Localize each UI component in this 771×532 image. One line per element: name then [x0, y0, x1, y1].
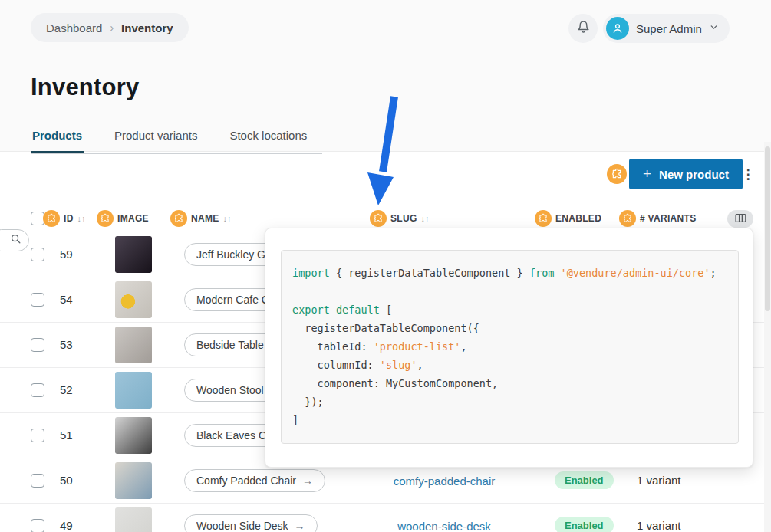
- column-header-image: IMAGE: [97, 210, 149, 227]
- arrow-right-icon: →: [302, 475, 313, 487]
- row-checkbox[interactable]: [31, 519, 44, 532]
- columns-icon: [735, 212, 746, 226]
- row-checkbox[interactable]: [31, 248, 44, 261]
- product-image: [115, 417, 152, 454]
- product-image: [115, 462, 152, 499]
- product-name-link[interactable]: Comfy Padded Chair→: [184, 469, 325, 492]
- user-name: Super Admin: [636, 22, 702, 35]
- row-checkbox[interactable]: [31, 429, 44, 442]
- user-avatar-icon: [606, 17, 629, 40]
- product-image: [115, 372, 152, 409]
- scrollbar-thumb[interactable]: [765, 146, 770, 311]
- column-header-variants: # VARIANTS: [619, 210, 696, 227]
- product-name: Wooden Stool: [196, 384, 264, 396]
- code-line: component: MyCustomComponent,: [292, 374, 727, 392]
- extension-point-icon: [535, 210, 552, 227]
- breadcrumb-separator: ›: [110, 21, 114, 34]
- product-id: 59: [60, 248, 73, 261]
- row-checkbox[interactable]: [31, 383, 44, 397]
- table-row: 49Wooden Side Desk→wooden-side-deskEnabl…: [0, 504, 771, 532]
- variant-count: 1 variant: [637, 474, 681, 487]
- product-name-link[interactable]: Wooden Stool: [184, 379, 276, 402]
- plus-icon: +: [643, 166, 651, 182]
- code-line: import { registerDataTableComponent } fr…: [292, 264, 727, 282]
- product-name: Comfy Padded Chair: [196, 475, 296, 487]
- code-line: registerDataTableComponent({: [292, 319, 727, 337]
- extension-point-icon: [619, 210, 636, 227]
- extension-point-icon: [43, 210, 60, 227]
- breadcrumb-inventory[interactable]: Inventory: [121, 21, 173, 34]
- product-slug-link[interactable]: comfy-padded-chair: [382, 475, 506, 488]
- row-checkbox[interactable]: [31, 474, 44, 488]
- product-id: 51: [60, 429, 73, 442]
- extension-point-icon: [607, 164, 627, 184]
- page-header-section: Dashboard › Inventory Super Admin Invent…: [0, 0, 771, 152]
- page-title: Inventory: [31, 74, 139, 101]
- product-image: [115, 327, 152, 363]
- product-name-link[interactable]: Bedside Table: [184, 333, 276, 356]
- extension-point-icon: [97, 210, 114, 227]
- bell-icon: [577, 20, 590, 37]
- row-checkbox[interactable]: [31, 293, 44, 307]
- column-header-slug[interactable]: SLUG↓↑: [370, 210, 430, 227]
- product-id: 50: [60, 474, 73, 487]
- column-label: NAME: [191, 213, 219, 224]
- column-label: ID: [64, 213, 74, 224]
- sort-icon[interactable]: ↓↑: [223, 214, 232, 223]
- vendure-admin-window: Dashboard › Inventory Super Admin Invent…: [0, 0, 771, 532]
- sort-icon[interactable]: ↓↑: [421, 214, 430, 223]
- code-line: columnId: 'slug',: [292, 356, 727, 374]
- column-label: SLUG: [390, 213, 417, 224]
- product-name: Modern Cafe C: [196, 294, 269, 306]
- column-header-name[interactable]: NAME↓↑: [170, 210, 232, 227]
- code-line: export default [: [292, 300, 727, 319]
- chevron-down-icon: [709, 21, 719, 35]
- tab-products[interactable]: Products: [31, 124, 84, 153]
- code-line: [292, 282, 727, 300]
- vertical-scrollbar[interactable]: [764, 142, 771, 532]
- breadcrumb: Dashboard › Inventory: [31, 13, 189, 42]
- product-slug-link[interactable]: wooden-side-desk: [382, 520, 506, 532]
- column-header-enabled: ENABLED: [535, 210, 601, 227]
- enabled-status-badge: Enabled: [555, 517, 614, 532]
- new-product-button[interactable]: + New product: [629, 159, 743, 189]
- tab-stock-locations[interactable]: Stock locations: [228, 124, 308, 153]
- notifications-button[interactable]: [568, 14, 598, 43]
- product-id: 54: [60, 293, 73, 306]
- extension-point-icon: [170, 210, 187, 227]
- product-image: [115, 281, 152, 318]
- column-settings-button[interactable]: [727, 210, 753, 228]
- code-block: import { registerDataTableComponent } fr…: [281, 250, 739, 444]
- code-line: });: [292, 392, 727, 411]
- breadcrumb-dashboard[interactable]: Dashboard: [46, 21, 102, 34]
- column-label: IMAGE: [117, 213, 149, 224]
- tab-bar: ProductsProduct variantsStock locations: [31, 124, 322, 154]
- column-header-id[interactable]: ID↓↑: [43, 210, 86, 227]
- user-menu-button[interactable]: Super Admin: [603, 14, 730, 43]
- arrow-right-icon: →: [295, 520, 305, 532]
- row-checkbox[interactable]: [31, 338, 44, 352]
- column-label: ENABLED: [555, 213, 601, 224]
- product-image: [115, 507, 152, 532]
- product-name: Jeff Buckley G: [196, 248, 265, 261]
- product-name-link[interactable]: Wooden Side Desk→: [184, 514, 318, 532]
- code-line: ]: [292, 411, 727, 429]
- sort-icon[interactable]: ↓↑: [77, 214, 86, 223]
- more-options-button[interactable]: ⋮: [740, 163, 756, 185]
- product-name-link[interactable]: Jeff Buckley G: [184, 243, 278, 266]
- code-popup: import { registerDataTableComponent } fr…: [265, 228, 753, 468]
- tab-product-variants[interactable]: Product variants: [113, 124, 199, 153]
- product-image: [115, 236, 152, 273]
- product-id: 52: [60, 383, 73, 396]
- product-id: 49: [60, 519, 73, 532]
- code-line: tableId: 'product-list',: [292, 337, 727, 356]
- extension-point-icon: [370, 210, 387, 227]
- product-name: Black Eaves C: [196, 429, 266, 442]
- product-name: Bedside Table: [196, 339, 264, 351]
- enabled-status-badge: Enabled: [555, 471, 614, 489]
- product-name: Wooden Side Desk: [196, 520, 288, 532]
- product-id: 53: [60, 338, 73, 351]
- variant-count: 1 variant: [637, 519, 681, 532]
- column-label: # VARIANTS: [640, 213, 696, 224]
